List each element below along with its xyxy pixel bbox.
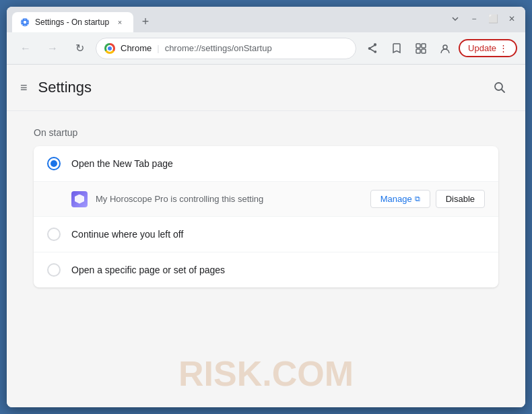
radio-specific-page[interactable]: [47, 263, 61, 277]
reload-button[interactable]: ↻: [69, 38, 90, 59]
share-icon-button[interactable]: [362, 38, 383, 59]
disable-button[interactable]: Disable: [436, 190, 485, 208]
page-content: ≡ Settings PC RISK.COM On startup: [7, 65, 525, 407]
settings-header: ≡ Settings: [7, 65, 525, 111]
window-chevron-button[interactable]: [447, 11, 463, 27]
disable-button-label: Disable: [446, 194, 475, 204]
extension-action-buttons: Manage ⧉ Disable: [370, 190, 485, 208]
settings-body: PC RISK.COM On startup Open the New Tab …: [7, 111, 525, 407]
radio-new-tab[interactable]: [47, 157, 61, 170]
title-bar: Settings - On startup × + − ⬜ ✕: [7, 7, 525, 32]
new-tab-button[interactable]: +: [136, 12, 155, 31]
option-specific-page-label: Open a specific page or set of pages: [71, 265, 485, 275]
svg-point-6: [495, 83, 502, 90]
extension-icon-shape: [75, 195, 84, 204]
settings-title-row: ≡ Settings: [20, 79, 92, 96]
active-tab: Settings - On startup ×: [12, 12, 133, 32]
svg-rect-1: [416, 44, 420, 48]
minimize-button[interactable]: −: [466, 11, 482, 27]
tab-favicon: [20, 18, 30, 27]
manage-external-icon: ⧉: [415, 195, 420, 203]
address-bar[interactable]: Chrome | chrome://settings/onStartup: [96, 38, 356, 59]
chrome-logo-icon: [104, 43, 115, 54]
extension-control-row: My Horoscope Pro is controlling this set…: [34, 182, 498, 217]
window-controls: − ⬜ ✕: [447, 11, 520, 27]
option-specific-page[interactable]: Open a specific page or set of pages: [34, 252, 498, 287]
profile-icon-button[interactable]: [434, 38, 456, 59]
option-new-tab[interactable]: Open the New Tab page: [34, 146, 498, 182]
maximize-button[interactable]: ⬜: [485, 11, 501, 27]
close-button[interactable]: ✕: [504, 11, 520, 27]
forward-button[interactable]: →: [42, 38, 63, 59]
radio-new-tab-inner: [51, 160, 57, 167]
tab-close-button[interactable]: ×: [114, 17, 125, 28]
update-button-label: Update: [468, 43, 496, 53]
manage-button-label: Manage: [380, 194, 412, 204]
menu-icon-button[interactable]: ≡: [20, 81, 28, 95]
settings-page-title: Settings: [38, 79, 92, 96]
address-separator: |: [157, 43, 159, 53]
radio-continue[interactable]: [47, 228, 61, 241]
startup-settings-card: Open the New Tab page My Horoscope Pro i…: [34, 146, 498, 287]
svg-rect-2: [422, 44, 426, 48]
address-url-text: chrome://settings/onStartup: [165, 43, 347, 53]
navigation-bar: ← → ↻ Chrome | chrome://settings/onStart…: [7, 32, 525, 65]
extensions-icon-button[interactable]: [410, 38, 432, 59]
address-site-name: Chrome: [121, 43, 152, 53]
extension-control-label: My Horoscope Pro is controlling this set…: [96, 194, 362, 204]
option-continue[interactable]: Continue where you left off: [34, 217, 498, 252]
option-continue-label: Continue where you left off: [71, 229, 485, 240]
extension-icon: [71, 191, 88, 207]
bookmark-icon-button[interactable]: [386, 38, 407, 59]
manage-button[interactable]: Manage ⧉: [370, 190, 430, 208]
svg-rect-4: [422, 49, 426, 53]
update-button[interactable]: Update ⋮: [459, 39, 517, 57]
update-button-chevron: ⋮: [499, 43, 508, 53]
back-button[interactable]: ←: [15, 38, 36, 59]
settings-search-button[interactable]: [488, 75, 512, 100]
nav-action-buttons: Update ⋮: [362, 38, 517, 59]
section-label: On startup: [34, 127, 498, 138]
option-new-tab-label: Open the New Tab page: [71, 158, 485, 169]
browser-window: Settings - On startup × + − ⬜ ✕ ← → ↻ Ch…: [7, 7, 525, 407]
svg-rect-3: [416, 49, 420, 53]
watermark-bottom-text: RISK.COM: [7, 353, 525, 394]
svg-point-5: [443, 45, 447, 49]
tab-title: Settings - On startup: [35, 18, 109, 27]
